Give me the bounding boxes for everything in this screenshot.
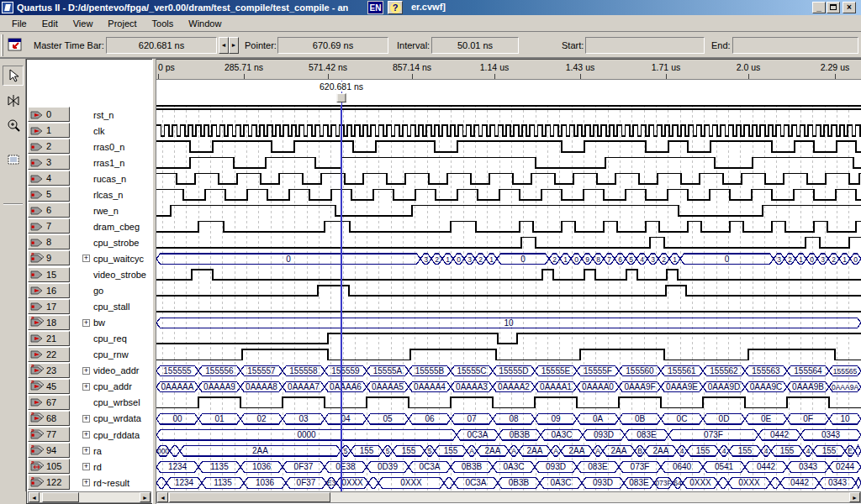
signal-name: rras1_n — [93, 158, 124, 168]
menu-item-edit[interactable]: Edit — [35, 17, 65, 30]
signal-name-cell-rucas_n[interactable]: rucas_n — [71, 171, 151, 186]
scroll-thumb[interactable] — [169, 492, 330, 502]
waveform-edit-tool-icon[interactable] — [3, 91, 24, 111]
signal-row-handle-rras1_n[interactable]: 3 — [28, 155, 70, 170]
expand-plus-icon[interactable]: + — [82, 479, 90, 486]
signal-row-handle-video_addr[interactable]: 23 — [28, 363, 70, 378]
selection-tool-icon[interactable] — [3, 66, 24, 86]
signal-name: ra — [93, 446, 102, 456]
menu-item-view[interactable]: View — [66, 17, 100, 30]
help-icon[interactable]: ? — [388, 1, 403, 14]
expand-plus-icon[interactable]: + — [82, 415, 90, 423]
signal-name-cell-rwe_n[interactable]: rwe_n — [71, 202, 151, 218]
master-time-bar-line[interactable] — [341, 81, 342, 491]
signal-name-cell-rras0_n[interactable]: rras0_n — [71, 139, 151, 155]
signal-name-cell-cpu_rnw[interactable]: cpu_rnw — [71, 347, 151, 363]
signal-row-handle-cpu_strobe[interactable]: 8 — [28, 234, 70, 249]
signal-row-handle-video_strobe[interactable]: 15 — [28, 267, 70, 282]
signal-name-cell-video_addr[interactable]: +video_addr — [71, 363, 151, 379]
signal-row-handle-cpu_stall[interactable]: 17 — [28, 299, 70, 314]
svg-text:0A3C: 0A3C — [551, 430, 572, 439]
signal-row-handle-cpu_rddata[interactable]: 77 — [28, 427, 70, 442]
signal-name-cell-dram_cbeg[interactable]: dram_cbeg — [71, 218, 151, 234]
expand-plus-icon[interactable]: + — [82, 255, 90, 262]
minimize-button[interactable]: _ — [812, 2, 826, 13]
svg-text:E3: E3 — [327, 479, 336, 487]
waveform-hscrollbar[interactable]: ◄► — [156, 491, 861, 503]
expand-plus-icon[interactable]: + — [82, 447, 90, 454]
signal-row-handle-clk[interactable]: 1 — [28, 123, 70, 138]
signal-row-handle-rucas_n[interactable]: 4 — [28, 171, 70, 186]
signal-row-handle-rlcas_n[interactable]: 5 — [28, 186, 70, 202]
signal-row-handle-cpu_wrdata[interactable]: 68 — [28, 411, 70, 426]
scroll-left-icon[interactable]: ◄ — [157, 492, 168, 502]
signal-name-cell-cpu_rddata[interactable]: +cpu_rddata — [71, 427, 151, 443]
waveform-canvas[interactable]: 0321032102109876543210321032101015555515… — [156, 105, 861, 491]
expand-plus-icon[interactable]: + — [82, 431, 90, 438]
signal-name-cell-bw[interactable]: +bw — [71, 315, 151, 331]
signal-name-cell-cpu_addr[interactable]: +cpu_addr — [71, 379, 151, 395]
signal-name-cell-clk[interactable]: clk — [71, 123, 151, 139]
signal-name-cell-rst_n[interactable]: rst_n — [71, 107, 151, 123]
ruler-tick — [748, 74, 749, 79]
menu-item-tools[interactable]: Tools — [145, 17, 181, 30]
signal-row-handle-dram_cbeg[interactable]: 7 — [28, 218, 70, 234]
signal-row-handle-go[interactable]: 16 — [28, 283, 70, 298]
waveform-toolbar-icon[interactable] — [6, 35, 26, 55]
expand-plus-icon[interactable]: + — [82, 383, 90, 391]
signal-row-handle-cpu_addr[interactable]: 45 — [28, 379, 70, 394]
signal-name-cell-cpu_req[interactable]: cpu_req — [71, 331, 151, 347]
full-screen-tool-icon[interactable] — [3, 150, 24, 170]
marker-strip[interactable] — [156, 80, 861, 105]
scroll-right-icon[interactable]: ► — [140, 492, 151, 502]
master-time-spin-left-icon[interactable]: ◄ — [219, 37, 229, 54]
menu-item-file[interactable]: File — [5, 17, 34, 30]
master-time-bar-handle[interactable] — [337, 93, 346, 102]
signal-row-handle-cpu_wrbsel[interactable]: 67 — [28, 395, 70, 410]
signal-row-handle-bw[interactable]: 18 — [28, 315, 70, 330]
end-field[interactable] — [732, 37, 858, 54]
scroll-left-icon[interactable]: ◄ — [29, 492, 40, 502]
svg-text:0: 0 — [725, 255, 730, 264]
signal-name-cell-video_strobe[interactable]: video_strobe — [71, 267, 151, 283]
signal-name-cell-go[interactable]: go — [71, 283, 151, 299]
signal-row-handle-cpu_waitcyc[interactable]: 9 — [28, 250, 70, 265]
output-pin-icon — [30, 205, 44, 216]
signal-row-handle-rras0_n[interactable]: 2 — [28, 139, 70, 154]
signal-name-cell-cpu_wrdata[interactable]: +cpu_wrdata — [71, 411, 151, 427]
close-button[interactable]: × — [843, 2, 856, 13]
expand-plus-icon[interactable]: + — [82, 319, 90, 327]
signal-name-cell-cpu_stall[interactable]: cpu_stall — [71, 299, 151, 315]
signal-row-handle-rst_n[interactable]: 0 — [28, 107, 70, 122]
signal-row-handle-rwe_n[interactable]: 6 — [28, 202, 70, 218]
signal-name-cell-cpu_waitcyc[interactable]: +cpu_waitcyc — [71, 250, 151, 266]
zoom-tool-icon[interactable] — [3, 116, 24, 136]
scroll-right-icon[interactable]: ► — [849, 492, 860, 502]
signal-row-handle-cpu_rnw[interactable]: 22 — [28, 347, 70, 362]
signal-panel-hscrollbar[interactable]: ◄► — [28, 491, 151, 503]
signal-name-cell-cpu_wrbsel[interactable]: cpu_wrbsel — [71, 395, 151, 411]
signal-name-cell-cpu_strobe[interactable]: cpu_strobe — [71, 234, 151, 250]
expand-plus-icon[interactable]: + — [82, 367, 90, 375]
master-time-bar-field[interactable]: 620.681 ns — [106, 37, 217, 54]
menu-item-window[interactable]: Window — [182, 17, 228, 30]
start-field[interactable] — [585, 37, 705, 54]
expand-plus-icon[interactable]: + — [82, 463, 90, 470]
restore-button[interactable] — [827, 2, 840, 13]
language-indicator-badge[interactable]: EN — [367, 1, 383, 14]
signal-name: rucas_n — [93, 174, 126, 184]
signal-row-handle-ra[interactable]: 94 — [28, 443, 70, 458]
scroll-thumb[interactable] — [42, 492, 79, 502]
signal-name-cell-rlcas_n[interactable]: rlcas_n — [71, 186, 151, 202]
signal-name-cell-rd~result[interactable]: +rd~result — [71, 475, 151, 491]
toolbar-grip[interactable] — [1, 34, 3, 56]
menu-item-project[interactable]: Project — [101, 17, 143, 30]
signal-name-cell-rd[interactable]: +rd — [71, 459, 151, 475]
signal-name-cell-ra[interactable]: +ra — [71, 443, 151, 459]
signal-row-handle-rd[interactable]: 105 — [28, 459, 70, 474]
time-ruler[interactable]: 0 ps285.71 ns571.42 ns857.14 ns1.14 us1.… — [156, 60, 861, 80]
signal-name-cell-rras1_n[interactable]: rras1_n — [71, 155, 151, 171]
signal-row-handle-cpu_req[interactable]: 21 — [28, 331, 70, 346]
signal-row-handle-rd~result[interactable]: 122 — [28, 475, 70, 490]
master-time-spin-right-icon[interactable]: ► — [229, 37, 239, 54]
